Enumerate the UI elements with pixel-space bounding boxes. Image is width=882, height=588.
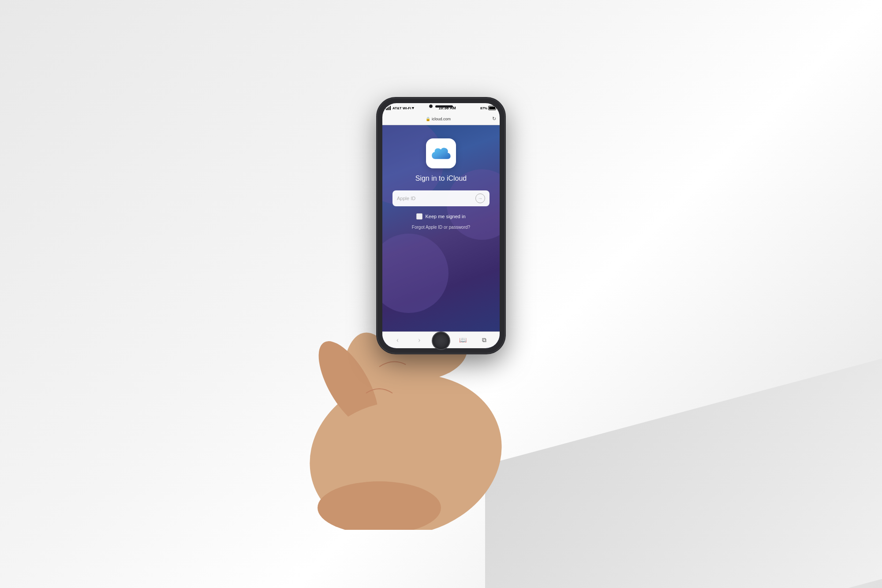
forgot-password-link[interactable]: Forgot Apple ID or password?	[412, 225, 470, 230]
tabs-button[interactable]: ⧉	[478, 334, 491, 347]
ssl-lock-icon: 🔒	[426, 117, 430, 121]
safari-address-bar[interactable]: 🔒 icloud.com ↻	[382, 113, 500, 125]
apple-id-placeholder: Apple ID	[397, 196, 415, 201]
keep-signed-in-row[interactable]: Keep me signed in	[416, 213, 465, 220]
keep-signed-label: Keep me signed in	[425, 214, 465, 219]
forward-icon: ›	[418, 335, 421, 345]
iphone-screen: AT&T Wi-Fi ▾ 10:36 AM 87% 🔒 icloud.com ↻	[382, 103, 500, 348]
arrow-icon: →	[478, 196, 483, 201]
home-button[interactable]	[432, 331, 450, 350]
phone-top-bezel	[415, 103, 467, 109]
icloud-web-content: Sign in to iCloud Apple ID → Keep me sig…	[382, 125, 500, 348]
status-right: 87%	[480, 106, 496, 110]
earpiece-speaker	[435, 105, 453, 108]
back-icon: ‹	[396, 335, 399, 345]
battery-percent: 87%	[480, 106, 487, 110]
icloud-logo-svg	[430, 145, 452, 161]
status-left: AT&T Wi-Fi ▾	[386, 106, 414, 110]
signal-bars	[386, 106, 391, 110]
iphone-frame: AT&T Wi-Fi ▾ 10:36 AM 87% 🔒 icloud.com ↻	[377, 98, 505, 354]
deco-circle-3	[382, 234, 448, 313]
sign-in-title: Sign in to iCloud	[415, 175, 467, 182]
battery-fill	[489, 107, 495, 109]
keep-signed-checkbox[interactable]	[416, 213, 422, 220]
tabs-icon: ⧉	[482, 337, 486, 344]
hand-phone-container: AT&T Wi-Fi ▾ 10:36 AM 87% 🔒 icloud.com ↻	[326, 98, 556, 517]
signal-bar-4	[390, 106, 391, 110]
carrier-label: AT&T Wi-Fi	[392, 106, 411, 110]
bookmarks-button[interactable]: 📖	[456, 334, 469, 347]
battery-icon	[488, 106, 496, 110]
url-text: icloud.com	[432, 117, 451, 121]
signal-bar-1	[386, 108, 387, 110]
back-button[interactable]: ‹	[391, 334, 404, 347]
front-camera	[429, 104, 433, 108]
forward-button[interactable]: ›	[413, 334, 426, 347]
url-bar[interactable]: 🔒 icloud.com	[386, 117, 490, 121]
refresh-button[interactable]: ↻	[492, 116, 496, 122]
bookmarks-icon: 📖	[459, 336, 467, 344]
signal-bar-2	[387, 108, 388, 110]
apple-id-submit-button[interactable]: →	[475, 194, 485, 203]
icloud-logo-container	[426, 138, 456, 168]
apple-id-input-container[interactable]: Apple ID →	[392, 190, 490, 206]
signal-bar-3	[389, 107, 389, 110]
wifi-icon: ▾	[412, 106, 414, 110]
